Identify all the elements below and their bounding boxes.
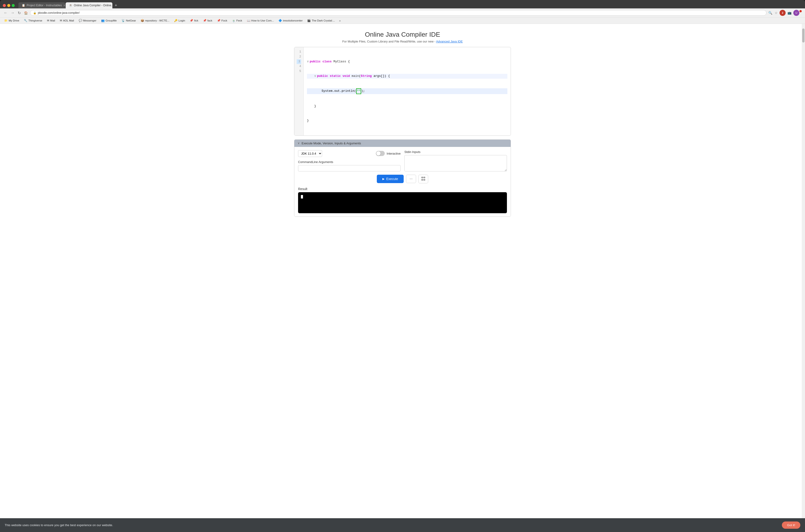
security-icon: 🔒 bbox=[33, 12, 36, 15]
bookmark-repository[interactable]: 📦 repository - WCTE... bbox=[139, 18, 171, 23]
code-text-area[interactable]: ∨public class MyClass { ∨public static v… bbox=[304, 47, 511, 135]
search-nav-button[interactable]: 🔍 bbox=[768, 11, 773, 15]
bookmark-fack-label: fack bbox=[207, 19, 212, 22]
bookmarks-overflow-button[interactable]: » bbox=[339, 19, 341, 22]
back-button[interactable]: ← bbox=[3, 10, 8, 15]
line-num-3: 3 bbox=[297, 59, 301, 64]
tab-label-1: Project Editor - Instructables bbox=[26, 4, 62, 7]
bookmark-iresolutioncenter[interactable]: 🔷 iresolutioncenter bbox=[277, 18, 304, 23]
cookie-accept-button[interactable]: Got it! bbox=[782, 521, 800, 529]
bookmark-messenger[interactable]: 💬 Messenger bbox=[77, 18, 98, 23]
bookmark-iresolutioncenter-label: iresolutioncenter bbox=[283, 19, 302, 22]
commandline-args-section: CommandLine Arguments bbox=[298, 160, 400, 171]
home-button[interactable]: 🏠 bbox=[23, 11, 29, 15]
bookmark-login[interactable]: 🔑 Login bbox=[173, 18, 186, 23]
fack-icon: 📌 bbox=[203, 19, 206, 22]
exec-buttons: ▶ Execute ··· bbox=[298, 175, 507, 183]
code-line-2: ∨public static void main(String args[]) … bbox=[307, 74, 507, 79]
tab-close-1[interactable]: ✕ bbox=[63, 4, 65, 7]
fock-icon: 📌 bbox=[217, 19, 221, 22]
fick-icon: 📌 bbox=[190, 19, 193, 22]
bookmark-fack[interactable]: 📌 fack bbox=[202, 18, 214, 23]
stdin-label: Stdin Inputs bbox=[405, 150, 507, 154]
fullscreen-button[interactable] bbox=[418, 175, 428, 183]
page-header: Online Java Compiler IDE For Multiple Fi… bbox=[0, 24, 805, 47]
login-icon: 🔑 bbox=[174, 19, 177, 22]
result-terminal bbox=[298, 192, 507, 213]
line-num-1: 1 bbox=[297, 50, 301, 54]
args-input[interactable] bbox=[298, 165, 400, 171]
tab-project-editor[interactable]: 📋 Project Editor - Instructables ✕ bbox=[18, 2, 65, 8]
maximize-window-button[interactable] bbox=[12, 4, 15, 7]
collapse-2[interactable]: ∨ bbox=[314, 74, 316, 78]
jdk-version-select[interactable]: JDK 11.0.4 bbox=[298, 150, 322, 157]
bookmark-how-to-use[interactable]: 📖 How to Use Com... bbox=[245, 18, 276, 23]
bookmark-groupme[interactable]: 👥 GroupMe bbox=[100, 18, 118, 23]
title-bar: 📋 Project Editor - Instructables ✕ ☕ Onl… bbox=[0, 0, 805, 8]
collapse-1[interactable]: ∨ bbox=[307, 60, 309, 63]
execute-panel-title: Execute Mode, Version, Inputs & Argument… bbox=[302, 141, 361, 145]
groupme-icon: 👥 bbox=[101, 19, 105, 22]
line-num-5: 5 bbox=[297, 69, 301, 74]
bookmark-button[interactable]: ☆ bbox=[774, 11, 778, 15]
reload-button[interactable]: ↻ bbox=[17, 10, 22, 16]
scrollbar-thumb[interactable] bbox=[802, 28, 805, 42]
bookmark-fick-label: fick bbox=[194, 19, 198, 22]
interactive-toggle[interactable] bbox=[376, 151, 385, 156]
dark-crystal-icon: 🎬 bbox=[307, 19, 311, 22]
line-num-4: 4 bbox=[297, 64, 301, 69]
forward-button[interactable]: → bbox=[10, 10, 15, 15]
code-editor: 1 2 3 4 5 ∨public class MyClass { ∨publi… bbox=[294, 47, 511, 136]
bookmarks-bar: 📁 My Drive 🔧 Thingiverse ✉ Mail ✉ AOL Ma… bbox=[0, 18, 805, 24]
bookmark-fock-label: Fock bbox=[222, 19, 227, 22]
bookmark-fock[interactable]: 📌 Fock bbox=[216, 18, 229, 23]
panel-collapse-icon: ∨ bbox=[298, 141, 300, 145]
minimize-window-button[interactable] bbox=[7, 4, 10, 7]
bookmark-my-drive[interactable]: 📁 My Drive bbox=[3, 18, 21, 23]
code-line-4: } bbox=[307, 104, 507, 109]
result-label: Result bbox=[298, 187, 507, 191]
bookmark-mail[interactable]: ✉ Mail bbox=[45, 18, 57, 23]
bookmark-dark-crystal[interactable]: 🎬 The Dark Crystal:... bbox=[306, 18, 336, 23]
page-subtitle: For Multiple Files, Custom Library and F… bbox=[5, 40, 800, 43]
cast-button[interactable]: 📺 bbox=[787, 11, 792, 15]
svg-rect-0 bbox=[422, 177, 423, 178]
bookmark-my-drive-label: My Drive bbox=[8, 19, 19, 22]
cookie-text: This website uses cookies to ensure you … bbox=[5, 524, 113, 527]
stdin-textarea[interactable] bbox=[405, 155, 507, 171]
notification-badge bbox=[799, 10, 802, 13]
execute-panel-header[interactable]: ∨ Execute Mode, Version, Inputs & Argume… bbox=[294, 140, 511, 147]
google-drive-icon: 📁 bbox=[4, 19, 8, 22]
tab-java-compiler[interactable]: ☕ Online Java Compiler - Online... ✕ bbox=[65, 2, 112, 8]
address-bar[interactable]: 🔒 jdoodle.com/online-java-compiler/ bbox=[30, 10, 766, 16]
close-window-button[interactable] bbox=[3, 4, 6, 7]
tabs-row: 📋 Project Editor - Instructables ✕ ☕ Onl… bbox=[18, 2, 119, 8]
svg-rect-1 bbox=[424, 177, 425, 178]
advanced-ide-link[interactable]: Advanced Java IDE bbox=[436, 40, 463, 43]
fullscreen-icon bbox=[422, 177, 425, 180]
bookmark-netgear[interactable]: 📡 NetGear bbox=[120, 18, 137, 23]
tab-favicon-2: ☕ bbox=[69, 4, 72, 7]
bookmark-thingiverse[interactable]: 🔧 Thingiverse bbox=[22, 18, 43, 23]
code-area[interactable]: 1 2 3 4 5 ∨public class MyClass { ∨publi… bbox=[294, 47, 511, 135]
new-tab-button[interactable]: + bbox=[113, 3, 119, 8]
page-content: Online Java Compiler IDE For Multiple Fi… bbox=[0, 24, 805, 532]
bookmark-fick[interactable]: 📌 fick bbox=[188, 18, 200, 23]
thingiverse-icon: 🔧 bbox=[24, 19, 27, 22]
traffic-lights bbox=[3, 4, 15, 7]
scrollbar[interactable] bbox=[802, 24, 805, 532]
exec-right: Stdin Inputs bbox=[405, 150, 507, 175]
more-options-button[interactable]: ··· bbox=[406, 175, 416, 183]
repository-icon: 📦 bbox=[141, 19, 144, 22]
interactive-toggle-area: Interactive bbox=[376, 151, 400, 156]
play-icon: ▶ bbox=[382, 177, 385, 180]
bookmark-aol-mail[interactable]: ✉ AOL Mail bbox=[58, 18, 75, 23]
user-profile-avatar[interactable]: 2 bbox=[780, 10, 786, 16]
execute-button[interactable]: ▶ Execute bbox=[377, 175, 404, 183]
user-avatar[interactable]: U bbox=[793, 10, 799, 16]
howto-icon: 📖 bbox=[247, 19, 250, 22]
bookmark-feck[interactable]: 🍵 Feck bbox=[230, 18, 244, 23]
bookmark-how-to-use-label: How to Use Com... bbox=[251, 19, 274, 22]
bookmark-thingiverse-label: Thingiverse bbox=[28, 19, 42, 22]
execute-panel: ∨ Execute Mode, Version, Inputs & Argume… bbox=[294, 139, 511, 217]
